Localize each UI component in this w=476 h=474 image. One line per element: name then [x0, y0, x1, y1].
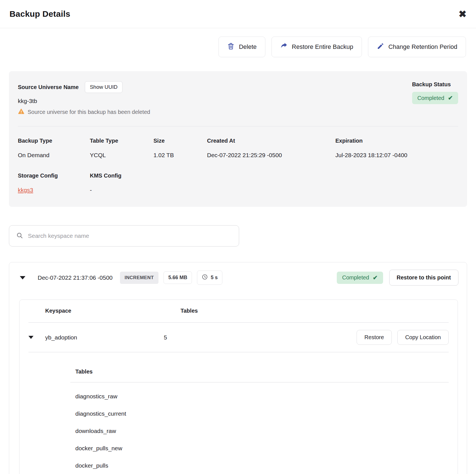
- backup-status-label: Backup Status: [412, 81, 451, 88]
- collapse-caret-icon[interactable]: [20, 276, 25, 279]
- storage-config-label: Storage Config: [18, 173, 90, 179]
- expiration-label: Expiration: [335, 138, 458, 144]
- increment-status-text: Completed: [342, 274, 369, 281]
- warning-triangle-icon: [18, 108, 25, 116]
- increment-backup-card: Dec-07-2022 21:37:06 -0500 INCREMENT 5.6…: [9, 262, 467, 474]
- modal-header: Backup Details ✖: [0, 0, 476, 28]
- created-at-value: Dec-07-2022 21:25:29 -0500: [207, 152, 335, 159]
- field-backup-type: Backup Type On Demand: [18, 138, 90, 159]
- tables-subsection-header: Tables: [70, 368, 449, 375]
- increment-type-badge: INCREMENT: [120, 272, 159, 284]
- field-created-at: Created At Dec-07-2022 21:25:29 -0500: [207, 138, 335, 159]
- increment-size-badge: 5.66 MB: [164, 271, 192, 284]
- restore-to-this-point-button[interactable]: Restore to this point: [389, 270, 458, 286]
- size-value: 1.02 TB: [153, 152, 207, 159]
- close-icon[interactable]: ✖: [459, 9, 467, 19]
- increment-timestamp: Dec-07-2022 21:37:06 -0500: [38, 274, 113, 281]
- warning-text: Source universe for this backup has been…: [28, 109, 150, 115]
- field-expiration: Expiration Jul-28-2023 18:12:07 -0400: [335, 138, 458, 159]
- page-title: Backup Details: [9, 9, 70, 19]
- status-badge-text: Completed: [417, 95, 444, 101]
- keyspace-table-card: Keyspace Tables yb_adoption 5 Restore Co…: [19, 300, 458, 474]
- config-fields-row: Storage Config kkgs3 KMS Config -: [18, 159, 458, 207]
- action-toolbar: Delete Restore Entire Backup Change Rete…: [10, 37, 466, 57]
- table-list-item: diagnostics_current: [70, 410, 449, 417]
- change-retention-period-button[interactable]: Change Retention Period: [368, 37, 466, 57]
- tables-column-header: Tables: [181, 308, 449, 314]
- created-at-label: Created At: [207, 138, 335, 144]
- status-badge: Completed ✔: [412, 92, 458, 104]
- storage-config-link[interactable]: kkgs3: [18, 187, 33, 193]
- show-uuid-button[interactable]: Show UUID: [85, 81, 122, 93]
- backup-status-block: Backup Status Completed ✔: [412, 81, 458, 126]
- table-list-item: docker_pulls: [70, 462, 449, 469]
- keyspace-restore-button[interactable]: Restore: [357, 330, 392, 345]
- universe-name: kkg-3tb: [18, 98, 150, 104]
- backup-type-label: Backup Type: [18, 138, 90, 144]
- backup-fields-row: Backup Type On Demand Table Type YCQL Si…: [18, 126, 458, 159]
- search-icon: [16, 232, 23, 240]
- source-universe-block: Source Universe Name Show UUID kkg-3tb S…: [18, 81, 150, 126]
- table-type-value: YCQL: [90, 152, 153, 159]
- table-list-item: docker_pulls_new: [70, 445, 449, 452]
- keyspace-table-count: 5: [164, 334, 357, 341]
- search-input[interactable]: [28, 233, 232, 239]
- universe-deleted-warning: Source universe for this backup has been…: [18, 108, 150, 116]
- copy-location-button[interactable]: Copy Location: [397, 330, 449, 345]
- restore-entire-backup-button[interactable]: Restore Entire Backup: [271, 37, 362, 57]
- increment-status-badge: Completed ✔: [337, 272, 383, 284]
- field-kms-config: KMS Config -: [90, 173, 458, 193]
- field-table-type: Table Type YCQL: [90, 138, 153, 159]
- restore-arrow-icon: [280, 42, 288, 52]
- check-icon: ✔: [448, 95, 453, 101]
- restore-entire-backup-label: Restore Entire Backup: [292, 43, 353, 51]
- trash-icon: [227, 42, 235, 52]
- keyspace-column-header: Keyspace: [45, 308, 181, 314]
- table-list-item: diagnostics_raw: [70, 393, 449, 400]
- change-retention-period-label: Change Retention Period: [388, 43, 457, 51]
- keyspace-row-divider: [28, 352, 449, 352]
- clock-icon: [202, 274, 208, 281]
- increment-duration-badge: 5 s: [197, 270, 222, 285]
- keyspace-name: yb_adoption: [45, 334, 164, 341]
- source-universe-label: Source Universe Name: [18, 84, 79, 90]
- expiration-value: Jul-28-2023 18:12:07 -0400: [335, 152, 458, 159]
- tables-subsection: Tables diagnostics_raw diagnostics_curre…: [70, 368, 449, 474]
- duration-text: 5 s: [211, 275, 218, 281]
- backup-type-value: On Demand: [18, 152, 90, 159]
- size-label: Size: [153, 138, 207, 144]
- field-storage-config: Storage Config kkgs3: [18, 173, 90, 193]
- kms-config-label: KMS Config: [90, 173, 458, 179]
- check-icon: ✔: [373, 274, 378, 281]
- delete-button[interactable]: Delete: [218, 37, 265, 57]
- pencil-icon: [377, 42, 384, 52]
- keyspace-caret-icon[interactable]: [28, 336, 33, 339]
- increment-header-row: Dec-07-2022 21:37:06 -0500 INCREMENT 5.6…: [18, 270, 458, 286]
- table-list-item: downloads_raw: [70, 428, 449, 434]
- field-size: Size 1.02 TB: [153, 138, 207, 159]
- tables-subsection-divider: [70, 382, 449, 382]
- backup-summary-panel: Source Universe Name Show UUID kkg-3tb S…: [9, 71, 467, 207]
- kms-config-value: -: [90, 187, 458, 193]
- summary-top-section: Source Universe Name Show UUID kkg-3tb S…: [18, 71, 458, 126]
- search-box: [9, 225, 239, 246]
- keyspace-row: yb_adoption 5 Restore Copy Location: [28, 323, 449, 352]
- keyspace-table-header: Keyspace Tables: [28, 308, 449, 314]
- table-type-label: Table Type: [90, 138, 153, 144]
- delete-button-label: Delete: [239, 43, 257, 51]
